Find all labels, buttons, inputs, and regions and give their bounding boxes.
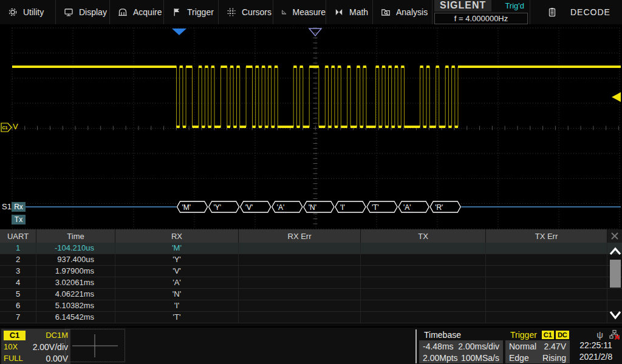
table-cell: 3.02061ms <box>36 277 115 288</box>
decode-box-label: 'N' <box>309 203 316 212</box>
trigger-level: 2.47V <box>544 342 566 351</box>
table-cell: 937.400us <box>36 254 115 265</box>
empty-channel-slot[interactable] <box>65 329 125 362</box>
timebase-panel[interactable]: Timebase -4.48ms 2.00ms/div 2.00Mpts 100… <box>419 329 503 364</box>
table-cell: 'V' <box>115 266 239 277</box>
measure-icon <box>281 7 287 17</box>
menu-item-utility[interactable]: Utility <box>0 0 56 24</box>
table-cell <box>486 300 607 311</box>
channel-bandwidth: FULL <box>4 354 23 363</box>
trigger-coupling-badge: DC <box>556 331 569 339</box>
delay-reference-marker[interactable] <box>309 29 321 36</box>
table-cell <box>361 277 486 288</box>
column-header-rxerr: RX Err <box>239 229 361 243</box>
close-table-button[interactable] <box>607 229 622 243</box>
table-cell: 6 <box>0 300 36 311</box>
table-cell <box>239 289 361 300</box>
scroll-down-button[interactable] <box>609 307 622 323</box>
panel-divider <box>415 329 417 363</box>
table-row[interactable]: 54.06221ms'N' <box>0 289 622 300</box>
frequency-counter: f = 4.000000Hz <box>434 13 528 24</box>
table-cell <box>486 266 607 277</box>
table-cell <box>486 254 607 265</box>
menu-label: Display <box>79 7 107 17</box>
decode-bus-name: S1 <box>2 202 12 211</box>
column-header-time: Time <box>36 229 115 243</box>
crosshair-icon <box>66 329 125 362</box>
clock-block: ψ 22:25:11 2021/2/8 <box>571 329 621 364</box>
decode-box-label: 'A' <box>403 203 411 212</box>
table-cell: 5 <box>0 289 36 300</box>
table-row[interactable]: 1-104.210us'M' <box>0 243 622 254</box>
trigger-position-marker[interactable] <box>172 29 186 35</box>
table-cell: 'M' <box>115 243 239 254</box>
table-cell <box>239 254 361 265</box>
chevron-down-icon <box>609 307 622 323</box>
table-row[interactable]: 76.14542ms'T' <box>0 312 622 323</box>
table-cell: 'N' <box>115 289 239 300</box>
oscilloscope-screen: Utility Display Acquire Trigger <box>0 0 622 364</box>
menu-item-analysis[interactable]: Analysis <box>373 0 432 24</box>
menu-item-math[interactable]: Math <box>326 0 373 24</box>
decode-table-body: 1-104.210us'M'2937.400us'Y'31.97900ms'V'… <box>0 243 622 323</box>
table-cell <box>361 243 486 254</box>
menu-item-measure[interactable]: Measure <box>273 0 326 24</box>
gear-icon <box>8 7 18 17</box>
decode-box-label: 'T' <box>372 203 379 212</box>
menu-item-cursors[interactable]: Cursors <box>219 0 273 24</box>
table-cell <box>486 277 607 288</box>
table-cell: 6.14542ms <box>36 312 115 323</box>
column-header-txerr: TX Err <box>486 229 607 243</box>
tx-bus-badge: Tx <box>12 215 26 224</box>
usb-icon: ψ <box>596 330 603 339</box>
chevron-up-icon <box>609 244 622 259</box>
channel1-panel[interactable]: C1 DC1M 10X 2.00V/div FULL 0.00V <box>1 329 70 364</box>
table-cell: 'Y' <box>115 254 239 265</box>
decode-dialog-tab[interactable]: DECODE <box>530 0 622 24</box>
status-bar: C1 DC1M 10X 2.00V/div FULL 0.00V Timebas… <box>0 326 622 364</box>
table-row[interactable]: 65.10382ms'I' <box>0 300 622 312</box>
table-cell: 'A' <box>115 277 239 288</box>
table-cell <box>361 312 486 323</box>
trigger-source-badge: C1 <box>542 331 554 339</box>
table-cell: 3 <box>0 266 36 277</box>
display-icon <box>64 7 73 17</box>
table-cell: 7 <box>0 312 36 323</box>
table-cell: 'T' <box>115 312 239 323</box>
menu-item-display[interactable]: Display <box>56 0 110 24</box>
column-header-uart: UART <box>0 229 36 243</box>
column-header-tx: TX <box>361 229 486 243</box>
table-cell <box>361 266 486 277</box>
menu-label: Trigger <box>187 7 214 17</box>
decode-box-label: 'Y' <box>214 203 222 212</box>
trigger-status-badge: Trig'd <box>505 1 528 10</box>
table-row[interactable]: 2937.400us'Y' <box>0 254 622 266</box>
table-cell <box>361 254 486 265</box>
channel-scale: 2.00V/div <box>33 342 68 352</box>
table-cell: 5.10382ms <box>36 300 115 311</box>
menu-item-acquire[interactable]: Acquire <box>110 0 164 24</box>
scrollbar-thumb[interactable] <box>610 260 621 288</box>
channel-probe: 10X <box>4 342 18 351</box>
menu-label: Math <box>349 7 368 17</box>
table-cell <box>239 266 361 277</box>
table-cell: 4 <box>0 277 36 288</box>
clipboard-icon <box>547 7 557 17</box>
table-cell: 1 <box>0 243 36 254</box>
menu-bar: Utility Display Acquire Trigger <box>0 0 622 25</box>
timebase-samplerate: 100MSa/s <box>461 353 499 363</box>
table-row[interactable]: 43.02061ms'A' <box>0 277 622 289</box>
timebase-memory: 2.00Mpts <box>423 353 458 363</box>
trigger-panel[interactable]: Trigger C1 DC Normal 2.47V Edge Rising <box>505 329 570 364</box>
waveform-canvas: C1'M''Y''V''A''N''I''T''A''R' <box>0 27 622 229</box>
time-display: 22:25:11 <box>571 340 621 351</box>
trigger-level-marker[interactable] <box>612 92 621 102</box>
menu-label: Acquire <box>133 7 162 17</box>
channel1-badge: C1 <box>4 331 26 340</box>
siglent-logo: SIGLENT <box>434 0 491 12</box>
scroll-up-button[interactable] <box>609 244 622 259</box>
menu-item-trigger[interactable]: Trigger <box>164 0 219 24</box>
math-icon <box>334 7 344 17</box>
table-row[interactable]: 31.97900ms'V' <box>0 266 622 277</box>
table-cell <box>239 300 361 311</box>
